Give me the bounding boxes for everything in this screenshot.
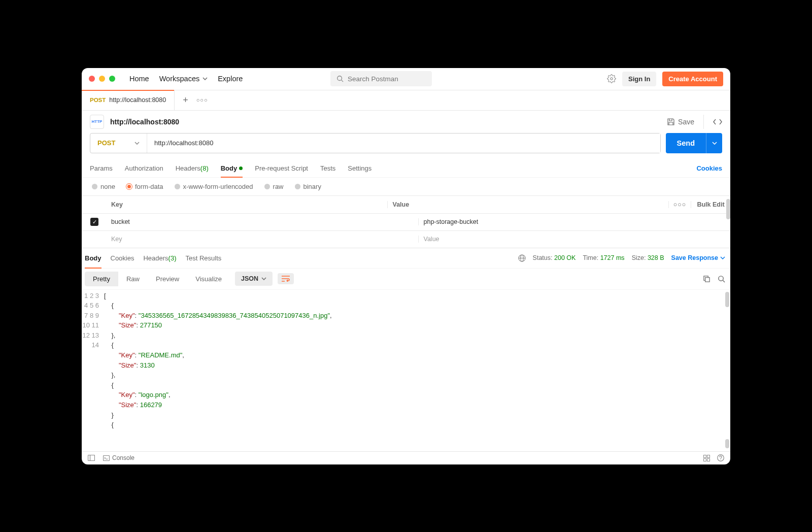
status-label: Status: 200 OK <box>533 254 576 261</box>
form-key-input[interactable]: bucket <box>107 218 419 225</box>
console-icon <box>103 455 110 461</box>
send-dropdown[interactable] <box>706 133 722 153</box>
tab-body[interactable]: Body <box>221 159 243 177</box>
svg-rect-9 <box>88 455 95 461</box>
request-tab-0[interactable]: POST http://localhost:8080 <box>82 90 175 110</box>
view-raw[interactable]: Raw <box>118 272 148 286</box>
separator <box>703 115 704 129</box>
form-header-value: Value <box>388 201 669 208</box>
time-label: Time: 1727 ms <box>583 254 624 261</box>
body-modified-dot <box>239 167 243 170</box>
save-response-button[interactable]: Save Response <box>671 254 725 261</box>
globe-icon[interactable] <box>518 254 526 262</box>
radio-icon <box>175 184 180 189</box>
radio-icon <box>126 184 132 189</box>
body-type-none[interactable]: none <box>92 183 115 190</box>
chevron-down-icon <box>720 256 725 259</box>
cookies-link[interactable]: Cookies <box>696 164 722 172</box>
view-pretty[interactable]: Pretty <box>85 272 118 286</box>
gear-icon[interactable] <box>607 74 616 83</box>
method-value: POST <box>97 139 115 147</box>
sign-in-button[interactable]: Sign In <box>622 72 656 86</box>
svg-rect-15 <box>707 458 710 461</box>
radio-icon <box>264 184 270 189</box>
url-input[interactable] <box>147 134 660 153</box>
bulk-edit-button[interactable]: Bulk Edit <box>691 201 730 208</box>
scrollbar[interactable] <box>725 439 729 448</box>
chevron-down-icon <box>202 77 208 80</box>
method-selector[interactable]: POST <box>90 134 147 153</box>
tab-prerequest[interactable]: Pre-request Script <box>255 159 308 177</box>
tab-url: http://localhost:8080 <box>109 96 166 104</box>
new-tab-button[interactable]: + <box>183 95 188 106</box>
resp-tab-cookies[interactable]: Cookies <box>111 248 134 268</box>
request-title[interactable]: http://localhost:8080 <box>110 118 179 126</box>
search-icon <box>336 75 344 82</box>
form-row-options[interactable]: ○○○ <box>668 201 691 208</box>
tab-settings[interactable]: Settings <box>348 159 371 177</box>
http-badge-icon: HTTP <box>90 115 104 129</box>
save-icon <box>667 118 675 126</box>
chevron-down-icon <box>134 142 140 145</box>
format-selector[interactable]: JSON <box>235 272 273 286</box>
nav-home[interactable]: Home <box>129 75 149 83</box>
tab-params[interactable]: Params <box>90 159 113 177</box>
resp-tab-body[interactable]: Body <box>85 248 101 268</box>
resp-tab-testresults[interactable]: Test Results <box>186 248 222 268</box>
maximize-window[interactable] <box>109 76 115 82</box>
nav-workspaces[interactable]: Workspaces <box>159 75 208 83</box>
body-type-formdata[interactable]: form-data <box>126 183 163 190</box>
minimize-window[interactable] <box>99 76 105 82</box>
view-preview[interactable]: Preview <box>148 272 187 286</box>
search-box[interactable] <box>330 71 432 86</box>
svg-line-8 <box>723 280 725 282</box>
radio-icon <box>295 184 300 189</box>
svg-rect-6 <box>705 277 709 281</box>
save-label: Save <box>678 118 694 126</box>
resp-tab-headers[interactable]: Headers (3) <box>143 248 176 268</box>
response-body-viewer[interactable]: 1 2 3 4 5 6 7 8 9 10 11 12 13 14 [ { "Ke… <box>82 290 730 451</box>
svg-point-7 <box>719 276 723 280</box>
wrap-lines-button[interactable] <box>278 273 294 284</box>
body-type-urlencoded[interactable]: x-www-form-urlencoded <box>175 183 253 190</box>
svg-line-1 <box>342 80 344 82</box>
svg-rect-11 <box>104 455 110 460</box>
send-label: Send <box>666 133 706 153</box>
send-button[interactable]: Send <box>666 133 722 153</box>
save-button[interactable]: Save <box>667 118 694 126</box>
tab-headers[interactable]: Headers (8) <box>176 159 209 177</box>
svg-rect-12 <box>704 455 706 457</box>
create-account-button[interactable]: Create Account <box>662 72 723 86</box>
console-toggle[interactable]: Console <box>103 454 134 461</box>
nav-workspaces-label: Workspaces <box>159 75 200 83</box>
tab-method: POST <box>90 97 106 103</box>
scrollbar[interactable] <box>726 199 730 219</box>
close-window[interactable] <box>89 76 95 82</box>
svg-rect-13 <box>707 455 710 457</box>
tab-options[interactable]: ○○○ <box>196 97 208 103</box>
svg-point-0 <box>337 76 342 81</box>
size-label: Size: 328 B <box>632 254 664 261</box>
form-value-input-empty[interactable]: Value <box>419 236 731 243</box>
form-value-input[interactable]: php-storage-bucket <box>419 218 731 225</box>
row-checkbox[interactable]: ✓ <box>90 218 98 226</box>
help-icon[interactable] <box>717 454 724 461</box>
form-header-key: Key <box>107 201 388 208</box>
view-visualize[interactable]: Visualize <box>187 272 230 286</box>
tab-authorization[interactable]: Authorization <box>125 159 163 177</box>
radio-icon <box>92 184 97 189</box>
panel-icon[interactable] <box>88 455 95 461</box>
body-type-raw[interactable]: raw <box>264 183 284 190</box>
body-type-binary[interactable]: binary <box>295 183 321 190</box>
form-key-input-empty[interactable]: Key <box>107 236 419 243</box>
layout-icon[interactable] <box>703 455 710 461</box>
chevron-down-icon <box>261 277 266 280</box>
code-icon[interactable] <box>713 118 722 125</box>
copy-icon[interactable] <box>703 275 710 283</box>
tab-tests[interactable]: Tests <box>320 159 335 177</box>
wrap-icon <box>282 276 290 282</box>
scrollbar[interactable] <box>725 292 729 307</box>
search-icon[interactable] <box>718 275 725 283</box>
search-input[interactable] <box>348 75 426 83</box>
nav-explore[interactable]: Explore <box>218 75 243 83</box>
